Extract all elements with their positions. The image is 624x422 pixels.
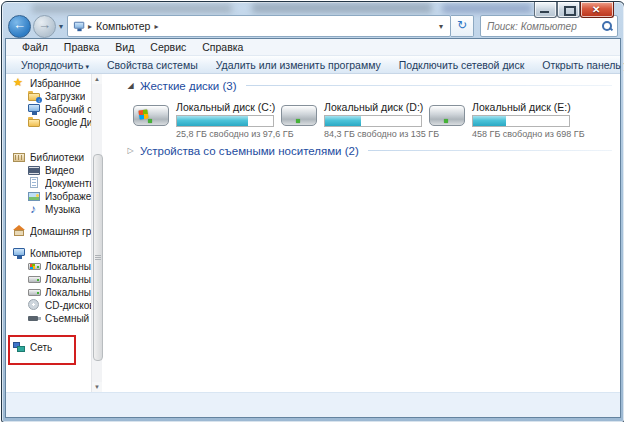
sidebar-item-downloads[interactable]: ↓ Загрузки	[6, 90, 91, 103]
capacity-bar	[472, 115, 570, 127]
sidebar-item-favorites[interactable]: Избранное	[6, 77, 91, 90]
hard-drive-icon	[428, 99, 466, 131]
sidebar-item-desktop[interactable]: Рабочий стол	[6, 103, 91, 116]
group-header-rule	[368, 150, 612, 151]
search-input[interactable]	[485, 20, 601, 33]
sidebar-item-homegroup[interactable]: Домашняя группа	[6, 225, 91, 238]
glass-blur-decoration	[32, 4, 232, 13]
search-icon	[601, 20, 613, 32]
group-header-hard-disks[interactable]: ◢ Жесткие диски (3)	[126, 78, 612, 93]
sidebar-item-computer[interactable]: Компьютер	[6, 247, 91, 260]
cd-drive-icon	[27, 299, 42, 312]
address-bar[interactable]: ▸ Компьютер ▸ ▾	[67, 15, 451, 37]
sidebar-item-label: Рабочий стол	[45, 104, 91, 115]
free-space-text: 25,8 ГБ свободно из 97,6 ГБ	[176, 129, 272, 139]
sidebar-item-label: Домашняя группа	[30, 226, 91, 237]
drive-tile-e[interactable]: Локальный диск (E:) 458 ГБ свободно из 6…	[428, 99, 568, 139]
menu-bar: Файл Правка Вид Сервис Справка	[6, 39, 620, 56]
breadcrumb-segment-computer[interactable]: Компьютер	[93, 20, 153, 32]
sidebar-item-label: Библиотеки	[30, 152, 84, 163]
sidebar-item-libraries[interactable]: Библиотеки	[6, 151, 91, 164]
sidebar-item-label: Документы	[45, 178, 91, 189]
search-box	[480, 15, 618, 37]
organize-button[interactable]: Упорядочить▾	[12, 59, 98, 71]
folder-icon	[27, 116, 42, 129]
address-dropdown-caret-icon[interactable]: ▾	[436, 22, 446, 31]
minimize-icon	[540, 11, 549, 13]
refresh-button[interactable]: ↻	[451, 15, 474, 37]
navigation-bar: ← → ▾ ▸ Компьютер ▸ ▾ ↻	[8, 15, 618, 37]
hard-drive-icon	[27, 273, 42, 286]
sidebar-item-google-drive[interactable]: Google Диск	[6, 116, 91, 129]
refresh-icon: ↻	[457, 18, 467, 32]
menu-edit[interactable]: Правка	[56, 41, 107, 53]
menu-view[interactable]: Вид	[107, 41, 142, 53]
caption-buttons: ✕	[534, 2, 614, 18]
sidebar-item-label: Съемный диск (G:)	[45, 313, 91, 324]
menu-help[interactable]: Справка	[194, 41, 251, 53]
sidebar-item-label: Избранное	[30, 78, 81, 89]
group-header-label: Жесткие диски (3)	[140, 80, 237, 92]
sidebar-item-music[interactable]: Музыка	[6, 203, 91, 216]
breadcrumb-chevron-icon[interactable]: ▸	[153, 22, 159, 31]
scroll-up-button[interactable]: ▲	[92, 74, 102, 84]
drive-tile-c[interactable]: Локальный диск (C:) 25,8 ГБ свободно из …	[132, 99, 272, 139]
sidebar-item-label: Локальный диск (C:)	[45, 261, 91, 272]
uninstall-program-button[interactable]: Удалить или изменить программу	[207, 59, 390, 71]
sidebar-item-videos[interactable]: Видео	[6, 164, 91, 177]
sidebar-item-local-disk-d[interactable]: Локальный диск (D:)	[6, 273, 91, 286]
sidebar-item-cd-drive-f[interactable]: CD-дисковод (F:)	[6, 299, 91, 312]
sidebar-item-removable-disk-g[interactable]: Съемный диск (G:)	[6, 312, 91, 325]
sidebar-item-label: Музыка	[45, 204, 80, 215]
map-network-drive-button[interactable]: Подключить сетевой диск	[390, 59, 534, 71]
group-header-removable-devices[interactable]: ▷ Устройства со съемными носителями (2)	[126, 143, 612, 158]
music-note-icon	[27, 203, 42, 216]
maximize-icon	[564, 6, 576, 16]
sidebar-item-label: Загрузки	[45, 91, 85, 102]
recent-pages-caret-icon[interactable]: ▾	[59, 22, 63, 31]
sidebar-item-pictures[interactable]: Изображения	[6, 190, 91, 203]
sidebar-item-label: Компьютер	[30, 248, 82, 259]
computer-icon	[12, 247, 27, 260]
chevron-down-icon: ▾	[85, 63, 89, 70]
maximize-button[interactable]	[557, 2, 580, 18]
sidebar-item-documents[interactable]: Документы	[6, 177, 91, 190]
drive-name: Локальный диск (E:)	[472, 101, 568, 113]
free-space-text: 84,3 ГБ свободно из 135 ГБ	[324, 129, 420, 139]
details-pane	[6, 392, 620, 417]
document-icon	[27, 177, 42, 190]
libraries-icon	[12, 151, 27, 164]
system-properties-button[interactable]: Свойства системы	[98, 59, 207, 71]
command-bar: Упорядочить▾ Свойства системы Удалить ил…	[6, 56, 620, 74]
hard-drive-icon	[132, 99, 170, 131]
sidebar-item-local-disk-c[interactable]: Локальный диск (C:)	[6, 260, 91, 273]
sidebar-item-network[interactable]: Сеть	[6, 341, 91, 354]
sidebar-scrollbar[interactable]: ▲ ▼	[91, 74, 102, 392]
expanded-marker-icon: ◢	[126, 81, 135, 90]
file-list-area: ◢ Жесткие диски (3) Локальный диск (C:) …	[102, 74, 620, 392]
open-control-panel-button[interactable]: Открыть панель управления	[533, 59, 624, 71]
hard-drive-icon	[27, 286, 42, 299]
capacity-bar-fill	[177, 116, 248, 126]
close-button[interactable]: ✕	[580, 2, 614, 18]
sidebar-item-label: CD-дисковод (F:)	[45, 300, 91, 311]
back-button[interactable]: ←	[8, 15, 31, 38]
scrollbar-thumb[interactable]	[93, 154, 103, 361]
sidebar-item-local-disk-e[interactable]: Локальный диск (E:)	[6, 286, 91, 299]
capacity-bar	[324, 115, 422, 127]
forward-button[interactable]: →	[33, 15, 56, 38]
drive-tiles: Локальный диск (C:) 25,8 ГБ свободно из …	[132, 99, 612, 139]
glass-blur-decoration	[252, 3, 432, 13]
sidebar-item-label: Видео	[45, 165, 74, 176]
minimize-button[interactable]	[534, 2, 557, 18]
sidebar-item-label: Изображения	[45, 191, 91, 202]
windows-flag-icon	[138, 109, 148, 119]
scroll-down-button[interactable]: ▼	[92, 382, 102, 392]
drive-tile-d[interactable]: Локальный диск (D:) 84,3 ГБ свободно из …	[280, 99, 420, 139]
capacity-bar-fill	[473, 116, 506, 126]
menu-tools[interactable]: Сервис	[142, 41, 194, 53]
menu-file[interactable]: Файл	[14, 41, 56, 53]
computer-icon	[73, 20, 86, 31]
star-icon	[12, 77, 27, 90]
group-header-rule	[246, 85, 612, 86]
